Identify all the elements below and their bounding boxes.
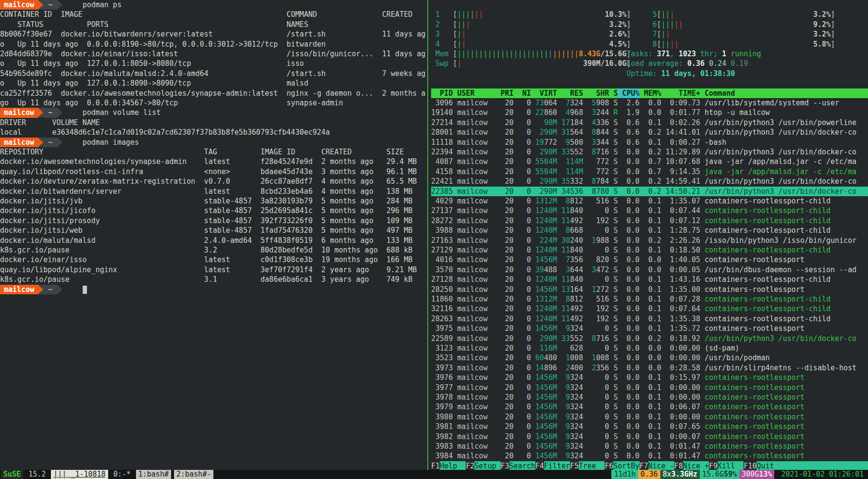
- fkey-label-filter[interactable]: Filter: [544, 461, 570, 471]
- process-row[interactable]: 3570 mailcow20 0 39488 3644 3472 S 0.0 0…: [431, 265, 868, 275]
- terminal-cursor[interactable]: [83, 286, 87, 294]
- process-row[interactable]: 3982 mailcow20 0 1456M 9324 0 S 0.0 0.1 …: [431, 432, 868, 441]
- tmux-pane-shell[interactable]: mailcow~podman psCONTAINER IDIMAGECOMMAN…: [0, 0, 428, 471]
- process-command: containers-rootlessport-child: [705, 315, 831, 323]
- process-table-header: PID USERPRI NI VIRT RES SHR SCPU% MEM% T…: [431, 88, 868, 98]
- swp-load-row: Swp[|390M/16.0G]Load average: 0.36 0.24 …: [431, 59, 868, 68]
- process-row[interactable]: 27128 mailcow20 0 1240M 11840 0 S 0.0 0.…: [431, 275, 868, 284]
- process-row[interactable]: 19140 mailcow20 0 22860 4968 3244 R 1.9 …: [431, 108, 868, 117]
- process-row[interactable]: 28001 mailcow20 0 290M 31564 8844 S 0.6 …: [431, 127, 868, 137]
- status-segment: 0.36: [638, 470, 660, 479]
- cpu2-meter: |||3.2%: [457, 20, 626, 29]
- process-row[interactable]: 28272 mailcow20 0 1240M 11492 192 S 0.0 …: [431, 216, 868, 226]
- typed-command: podman images: [83, 138, 139, 147]
- column-header-user[interactable]: USER: [457, 88, 500, 98]
- fkey-f9[interactable]: F9: [709, 461, 718, 471]
- uptime-row: Uptime: 11 days, 01:38:30: [431, 69, 868, 78]
- process-command: /usr/bin/python3 /usr/bin/docker-co: [705, 177, 856, 186]
- output-line: STATUSPORTSNAMES: [0, 20, 428, 29]
- process-row[interactable]: 28250 mailcow20 0 1456M 13164 1272 S 0.0…: [431, 285, 868, 294]
- output-line: DRIVERVOLUME NAME: [0, 118, 428, 127]
- fkey-f4[interactable]: F4: [535, 461, 544, 471]
- process-row[interactable]: 3983 mailcow20 0 1456M 9324 0 S 0.0 0.1 …: [431, 441, 868, 451]
- process-row[interactable]: 28263 mailcow20 0 1240M 11492 192 S 0.0 …: [431, 314, 868, 324]
- process-row[interactable]: 4029 mailcow20 0 1312M 8812 516 S 0.0 0.…: [431, 196, 868, 206]
- process-row[interactable]: 11118 mailcow20 0 19772 9500 3344 S 0.6 …: [431, 138, 868, 147]
- process-command: containers-rootlessport: [705, 422, 805, 431]
- column-header-time[interactable]: TIME+: [666, 88, 700, 98]
- process-row[interactable]: 3988 mailcow20 0 1240M 8668 0 S 0.0 0.1 …: [431, 226, 868, 235]
- cpu-meter-row: 1[||||||10.3%]5[|||3.2%]: [431, 10, 868, 19]
- fkey-label-help[interactable]: Help: [440, 461, 466, 471]
- column-header-s[interactable]: S: [613, 88, 618, 98]
- column-header-virt[interactable]: VIRT: [535, 88, 557, 98]
- fkey-label-nice[interactable]: Nice -: [648, 461, 674, 471]
- process-row[interactable]: 22394 mailcow20 0 290M 33552 8716 S 0.0 …: [431, 147, 868, 157]
- process-row[interactable]: 3973 mailcow20 0 14896 2400 2356 S 0.0 0…: [431, 363, 868, 373]
- process-row[interactable]: 3096 mailcow20 0 73064 7324 5908 S 2.6 0…: [431, 98, 868, 108]
- column-header-pri[interactable]: PRI: [501, 88, 514, 98]
- fkey-f5[interactable]: F5: [570, 461, 579, 471]
- process-row[interactable]: 4016 mailcow20 0 1456M 7356 820 S 0.0 0.…: [431, 255, 868, 265]
- process-row[interactable]: 22589 mailcow20 0 290M 33552 8716 S 0.0 …: [431, 334, 868, 343]
- process-row[interactable]: 22421 mailcow20 0 290M 35332 8784 S 0.0 …: [431, 176, 868, 186]
- process-command: containers-rootlessport: [705, 393, 805, 402]
- fkey-f1[interactable]: F1: [431, 461, 440, 471]
- fkey-label-tree[interactable]: Tree: [579, 461, 605, 471]
- process-row[interactable]: 4087 mailcow20 0 5504M 114M 772 S 0.0 0.…: [431, 157, 868, 166]
- fkey-f2[interactable]: F2: [466, 461, 474, 471]
- column-header-pid[interactable]: PID: [431, 88, 453, 98]
- process-row[interactable]: 22385 mailcow20 0 290M 34536 8780 S 0.0 …: [431, 187, 868, 196]
- output-line: oUp 11 days ago127.0.0.1:8090->8090/tcpm…: [0, 78, 428, 88]
- fkey-f6[interactable]: F6: [605, 461, 613, 471]
- fkey-f10[interactable]: F10: [744, 461, 756, 471]
- powerline-arrow-icon: [57, 285, 62, 294]
- tmux-pane-htop[interactable]: 1[||||||10.3%]5[|||3.2%]2[|||3.2%]6[||||…: [431, 0, 868, 471]
- process-row[interactable]: 27163 mailcow20 0 224M 30240 1988 S 0.0 …: [431, 236, 868, 245]
- column-header-command[interactable]: Command: [705, 88, 792, 98]
- process-row[interactable]: 3976 mailcow20 0 1456M 9324 0 S 0.0 0.1 …: [431, 373, 868, 382]
- fkey-label-setup[interactable]: Setup: [474, 461, 500, 471]
- tmux-window-item[interactable]: 2:bash#-: [174, 470, 213, 479]
- fkey-label-quit[interactable]: Quit: [756, 461, 782, 471]
- powerline-arrow-icon: [57, 138, 62, 147]
- fkey-f8[interactable]: F8: [674, 461, 683, 471]
- column-header-res[interactable]: RES: [561, 88, 583, 98]
- process-row[interactable]: 3975 mailcow20 0 1456M 9324 0 S 0.0 0.1 …: [431, 324, 868, 333]
- shell-prompt-line: mailcow~: [0, 285, 428, 294]
- output-line: ca252ff23576docker.io/awesometechnologie…: [0, 88, 428, 98]
- fkey-label-nice[interactable]: Nice +: [683, 461, 709, 471]
- column-header-shr[interactable]: SHR: [587, 88, 609, 98]
- process-row[interactable]: 3978 mailcow20 0 1456M 9324 0 S 0.0 0.1 …: [431, 392, 868, 402]
- cpu2-label: 2: [435, 20, 440, 29]
- process-row[interactable]: 4158 mailcow20 0 5504M 114M 772 S 0.0 0.…: [431, 167, 868, 176]
- process-row[interactable]: 3981 mailcow20 0 1456M 9324 0 S 0.0 0.1 …: [431, 422, 868, 431]
- process-row[interactable]: 3523 mailcow20 0 60480 1008 1008 S 0.0 0…: [431, 353, 868, 363]
- cpu7-meter: ||3.2%: [661, 29, 831, 39]
- column-header-ni[interactable]: NI: [518, 88, 531, 98]
- process-row[interactable]: 3123 mailcow20 0 116M 628 0 S 0.0 0.0 0:…: [431, 343, 868, 353]
- column-header-mem[interactable]: MEM%: [644, 88, 661, 98]
- tmux-window-item[interactable]: 1:bash#: [136, 470, 171, 479]
- fkey-label-kill[interactable]: Kill: [718, 461, 744, 471]
- fkey-f3[interactable]: F3: [501, 461, 509, 471]
- process-row[interactable]: 3984 mailcow20 0 1456M 9324 0 S 0.0 0.1 …: [431, 451, 868, 461]
- output-line: docker.io/einar/issolatestc0d1f308ce3b19…: [0, 255, 428, 265]
- process-row[interactable]: 27137 mailcow20 0 1240M 11840 0 S 0.0 0.…: [431, 206, 868, 215]
- fkey-label-search[interactable]: Search: [509, 461, 535, 471]
- process-row[interactable]: 32116 mailcow20 0 1240M 11492 192 S 0.0 …: [431, 304, 868, 314]
- process-row[interactable]: 3979 mailcow20 0 1456M 9324 0 S 0.0 0.1 …: [431, 402, 868, 412]
- fkey-label-sortby[interactable]: SortBy: [613, 461, 639, 471]
- process-command: containers-rootlessport: [705, 413, 805, 421]
- process-row[interactable]: 11860 mailcow20 0 1312M 8812 516 S 0.0 0…: [431, 294, 868, 304]
- process-row[interactable]: 27214 mailcow20 0 98M 17184 4336 S 0.6 0…: [431, 118, 868, 127]
- process-command: java -jar /app/malsd.jar -c /etc/ma: [705, 167, 856, 176]
- column-header-cpu[interactable]: CPU%: [618, 88, 639, 98]
- process-row[interactable]: 3980 mailcow20 0 1456M 9324 0 S 0.0 0.1 …: [431, 412, 868, 422]
- process-row[interactable]: 27129 mailcow20 0 1240M 11840 0 S 0.0 0.…: [431, 245, 868, 255]
- process-command: containers-rootlessport: [705, 324, 805, 333]
- fkey-f7[interactable]: F7: [640, 461, 648, 471]
- cpu8-meter: ||||5.8%: [661, 39, 831, 49]
- tmux-pane-divider[interactable]: [427, 0, 428, 471]
- process-row[interactable]: 3977 mailcow20 0 1456M 9324 0 S 0.0 0.1 …: [431, 383, 868, 392]
